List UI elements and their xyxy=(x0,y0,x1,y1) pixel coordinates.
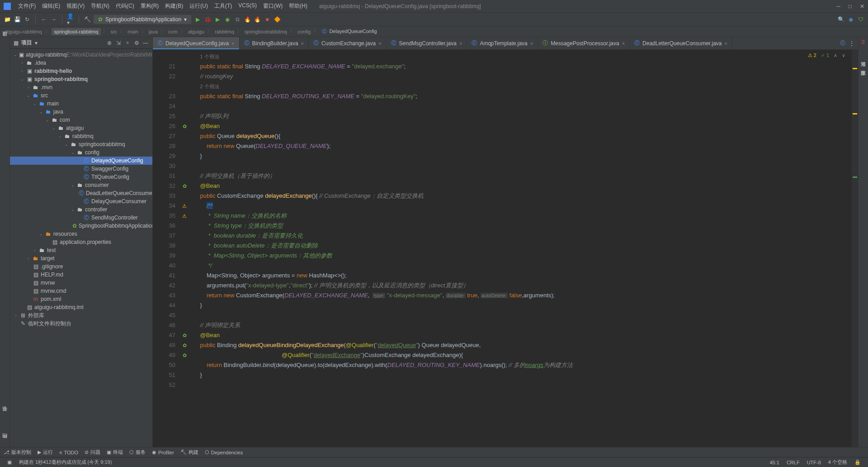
profile-icon[interactable]: 👤▾ xyxy=(67,16,74,23)
breadcrumb-item[interactable]: config xyxy=(297,29,311,34)
hammer-icon[interactable]: 🔨 xyxy=(84,16,91,23)
marker-strip[interactable] xyxy=(852,50,858,447)
indent[interactable]: 4 个空格 xyxy=(825,459,851,466)
menu-file[interactable]: 文件(F) xyxy=(15,1,38,11)
tree-node[interactable]: ⒸTtlQueueConfig xyxy=(10,173,152,181)
breadcrumb-item[interactable]: atguigu xyxy=(187,29,205,34)
tree-node[interactable]: ▤.gitignore xyxy=(10,262,152,271)
profile-run-icon[interactable]: ◉ xyxy=(224,16,231,23)
close-icon[interactable]: × xyxy=(530,41,533,46)
problems-button[interactable]: ⊘ 问题 xyxy=(85,449,100,456)
tree-node[interactable]: ⌄🖿consumer xyxy=(10,181,152,189)
back-icon[interactable]: ← xyxy=(40,16,47,23)
tree-node[interactable]: ▤mvnw.cmd xyxy=(10,287,152,295)
stop-icon[interactable]: ■ xyxy=(264,16,271,23)
close-icon[interactable]: × xyxy=(459,41,462,46)
close-icon[interactable]: × xyxy=(622,41,625,46)
menu-build[interactable]: 构建(B) xyxy=(162,1,186,11)
tree-node[interactable]: ⌄🖿controller xyxy=(10,205,152,214)
editor-tab[interactable]: ⒾMessagePostProcessor.java× xyxy=(538,37,630,49)
tree-node[interactable]: ⌄🖿springbootrabbitmq xyxy=(10,140,152,148)
caret-position[interactable]: 45:1 xyxy=(766,460,783,465)
tree-node[interactable]: ›⊞外部库 xyxy=(10,311,152,319)
tree-node[interactable]: ⌄🖿resources xyxy=(10,230,152,238)
tree-node[interactable]: ▤application.properties xyxy=(10,238,152,246)
tree-node[interactable]: ⌄🖿src xyxy=(10,91,152,100)
menu-tools[interactable]: 工具(T) xyxy=(212,1,235,11)
tree-node[interactable]: ⒸDelayQueueConsumer xyxy=(10,197,152,205)
line-separator[interactable]: CRLF xyxy=(783,460,803,465)
breadcrumb-item[interactable]: main xyxy=(127,29,139,34)
coverage-icon[interactable]: ▶ xyxy=(214,16,221,23)
tab-overflow-icon[interactable]: Ⓒ xyxy=(840,39,845,47)
breadcrumb-item[interactable]: com xyxy=(167,29,179,34)
breadcrumb-item[interactable]: springbootrabbitmq xyxy=(244,29,288,34)
chevron-up-icon[interactable]: ∧ xyxy=(834,52,837,58)
editor-tab[interactable]: ⒸDelayedQueueConfig.java× xyxy=(153,37,240,49)
tree-node[interactable]: ⌄▣atguigu-rabbitmq E:\WorkData\IdeaProje… xyxy=(10,51,152,59)
tree-node[interactable]: ›🖿.mvn xyxy=(10,83,152,91)
tree-node[interactable]: ⌄▣springboot-rabbitmq xyxy=(10,75,152,83)
breadcrumb-item[interactable]: atguigu-rabbitmq xyxy=(4,29,43,34)
terminal-button[interactable]: ▣ 终端 xyxy=(107,449,123,456)
menu-edit[interactable]: 编辑(E) xyxy=(39,1,63,11)
tree-node[interactable]: ⒸSwaggerConfig xyxy=(10,165,152,173)
tree-node[interactable]: ▤atguigu-rabbitmq.iml xyxy=(10,303,152,311)
minimize-button[interactable]: ─ xyxy=(836,3,840,10)
close-icon[interactable]: × xyxy=(301,41,304,46)
breadcrumb-item[interactable]: rabbitmq xyxy=(214,29,235,34)
menu-code[interactable]: 代码(C) xyxy=(113,1,137,11)
save-icon[interactable]: 💾 xyxy=(14,16,21,23)
close-icon[interactable]: × xyxy=(378,41,381,46)
target-icon[interactable]: ⊕ xyxy=(106,40,113,46)
chevron-down-icon[interactable]: ∨ xyxy=(842,52,845,58)
project-tree[interactable]: ⌄▣atguigu-rabbitmq E:\WorkData\IdeaProje… xyxy=(10,49,152,447)
maven-toolwindow-button[interactable]: m xyxy=(861,40,866,44)
gear-icon[interactable]: ⚙ xyxy=(133,40,140,46)
run-icon[interactable]: ▶ xyxy=(194,16,201,23)
dependencies-button[interactable]: ⬡ Dependencies xyxy=(205,449,243,455)
tree-node[interactable]: ✎临时文件和控制台 xyxy=(10,319,152,328)
tree-node[interactable]: ✿SpringbootRabbitmqApplication xyxy=(10,222,152,230)
code-editor[interactable]: 2122232425262728293031323334353637383940… xyxy=(153,50,858,447)
editor-tab[interactable]: ⒸSendMsgController.java× xyxy=(387,37,467,49)
tree-node[interactable]: ›🖿target xyxy=(10,254,152,262)
refresh-icon[interactable]: ↻ xyxy=(24,16,31,23)
tree-node[interactable]: ⌄🖿rabbitmq xyxy=(10,132,152,140)
todo-button[interactable]: ≡ TODO xyxy=(59,450,78,455)
menu-window[interactable]: 窗口(W) xyxy=(260,1,285,11)
shield-icon[interactable]: 🛡 xyxy=(857,16,864,23)
breadcrumb-item[interactable]: java xyxy=(148,29,159,34)
chevron-down-icon[interactable]: ▾ xyxy=(35,40,38,46)
run-toolwindow-button[interactable]: ▶ 运行 xyxy=(38,449,53,456)
hotswap2-icon[interactable]: 🔥 xyxy=(254,16,261,23)
more-icon[interactable]: ⋮ xyxy=(849,40,854,47)
maximize-button[interactable]: □ xyxy=(849,3,852,10)
expand-icon[interactable]: ⇲ xyxy=(115,40,122,46)
tree-node[interactable]: ›🖿test xyxy=(10,246,152,254)
tree-node[interactable]: ▤HELP.md xyxy=(10,271,152,279)
hide-icon[interactable]: — xyxy=(142,40,149,46)
update-icon[interactable]: 🔶 xyxy=(274,16,281,23)
tree-node[interactable]: ⒸSendMsgController xyxy=(10,214,152,222)
close-icon[interactable]: × xyxy=(231,41,234,46)
tree-node[interactable]: ›🖿.idea xyxy=(10,59,152,67)
attach-icon[interactable]: ⧉ xyxy=(234,16,241,23)
services-button[interactable]: ⬡ 服务 xyxy=(129,449,146,456)
run-config-selector[interactable]: ✿ SpringbootRabbitmqApplication ▾ xyxy=(94,15,191,24)
hotswap-icon[interactable]: 🔥 xyxy=(244,16,251,23)
breadcrumb-item[interactable]: src xyxy=(109,29,118,34)
menu-help[interactable]: 帮助(H) xyxy=(286,1,310,11)
profiler-button[interactable]: ◉ Profiler xyxy=(152,449,174,455)
editor-tab[interactable]: ⒸBindingBuilder.java× xyxy=(240,37,309,49)
forward-icon[interactable]: → xyxy=(50,16,57,23)
tree-node[interactable]: ⌄🖿config xyxy=(10,148,152,157)
close-button[interactable]: ✕ xyxy=(860,3,864,10)
close-icon[interactable]: × xyxy=(725,41,727,46)
build-button[interactable]: 🔨 构建 xyxy=(180,449,198,456)
encoding[interactable]: UTF-8 xyxy=(803,460,825,465)
tree-node[interactable]: ⌄🖿atguigu xyxy=(10,124,152,132)
debug-icon[interactable]: 🐞 xyxy=(204,16,211,23)
open-icon[interactable]: 📁 xyxy=(4,16,11,23)
breadcrumb-item[interactable]: springboot-rabbitmq xyxy=(52,28,101,35)
